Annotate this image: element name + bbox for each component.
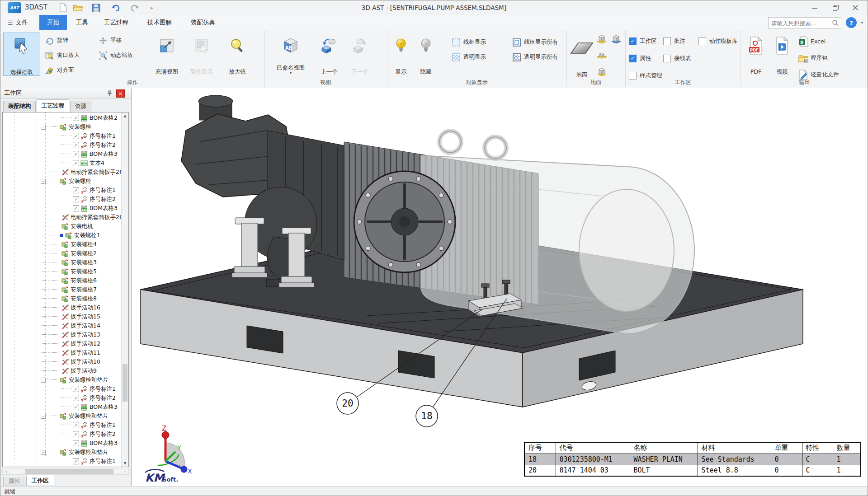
- workspace-toggle[interactable]: ✓工作区: [629, 33, 662, 50]
- open-file-button[interactable]: [72, 2, 84, 13]
- minimize-button[interactable]: [805, 2, 824, 14]
- tree-collapse-icon[interactable]: –: [41, 179, 46, 184]
- tree-item[interactable]: 电动拧紧套筒扳手26: [3, 213, 121, 222]
- previous-view-button[interactable]: 上一个: [316, 33, 342, 75]
- tree-item[interactable]: 扳手活动12: [3, 339, 121, 348]
- tree-checkbox-checked[interactable]: ✓: [73, 160, 79, 166]
- tree-item[interactable]: ✓1序号标注2: [3, 430, 121, 439]
- scroll-right-icon[interactable]: ›: [122, 468, 128, 474]
- tree-collapse-icon[interactable]: –: [41, 125, 46, 130]
- save-button[interactable]: [90, 2, 102, 13]
- tree-collapse-icon[interactable]: –: [41, 450, 46, 455]
- tree-checkbox-checked[interactable]: ✓: [73, 205, 79, 211]
- tree-collapse-icon[interactable]: –: [41, 378, 46, 383]
- tree-item[interactable]: 扳手活动15: [3, 312, 121, 321]
- show-button[interactable]: 显示: [391, 33, 411, 75]
- tree-checkbox-checked[interactable]: ✓: [73, 115, 79, 121]
- tree-item[interactable]: ✓1序号标注1: [3, 421, 121, 430]
- tree-checkbox-checked[interactable]: ✓: [73, 404, 79, 410]
- new-file-button[interactable]: [57, 2, 69, 13]
- tree-checkbox-checked[interactable]: ✓: [73, 151, 79, 157]
- tree-item[interactable]: 安装螺栓6: [3, 276, 121, 285]
- scroll-up-icon[interactable]: ▲: [122, 112, 128, 119]
- tree-checkbox-checked[interactable]: ✓: [73, 187, 79, 193]
- tree-item[interactable]: –安装螺栓和垫片: [3, 412, 121, 421]
- checkbox-checked-icon[interactable]: ✓: [629, 37, 637, 45]
- pin-icon[interactable]: [106, 89, 113, 97]
- tree-item[interactable]: 安装螺栓8: [3, 294, 121, 303]
- tab-process-tree[interactable]: 工艺过程: [37, 99, 69, 112]
- export-package-button[interactable]: EXE 程序包: [798, 50, 839, 66]
- align-face-button[interactable]: 对齐面: [45, 63, 80, 78]
- tree-item[interactable]: 安装螺栓5: [3, 267, 121, 276]
- tree-item[interactable]: ✓1序号标注1: [3, 186, 121, 195]
- help-button[interactable]: ?: [846, 17, 857, 28]
- tree-item[interactable]: ✓BOMBOM表格3: [3, 204, 121, 213]
- tab-properties[interactable]: 属性: [3, 477, 25, 486]
- file-menu-button[interactable]: ☰ 文件: [3, 15, 33, 30]
- checkbox-unchecked-icon[interactable]: [629, 72, 637, 80]
- tree-item[interactable]: ✓BOMBOM表格2: [3, 113, 121, 122]
- tree-item[interactable]: ✓1序号标注2: [3, 393, 121, 402]
- tree-vertical-scrollbar[interactable]: ▲ ▼: [121, 112, 128, 467]
- hide-button[interactable]: 隐藏: [415, 33, 437, 75]
- export-pdf-button[interactable]: PDF PDF: [745, 33, 767, 75]
- ground-cube-sunken-icon[interactable]: [595, 49, 608, 62]
- search-box[interactable]: [768, 17, 841, 29]
- checkbox-unchecked-icon[interactable]: [698, 37, 706, 45]
- tree-item[interactable]: –安装螺栓和垫片: [3, 448, 121, 457]
- tree-checkbox-checked[interactable]: ✓: [73, 458, 79, 464]
- tab-tools[interactable]: 工具: [68, 15, 96, 30]
- bom-row[interactable]: 180301235800-M1WASHER PLAINSee Standards…: [524, 454, 861, 465]
- tab-tech-illustration[interactable]: 技术图解: [140, 15, 179, 30]
- export-video-button[interactable]: 视频: [771, 33, 793, 75]
- search-input[interactable]: [769, 20, 832, 27]
- bom-table[interactable]: 序号代号名称材料单重特性数量 180301235800-M1WASHER PLA…: [524, 442, 861, 477]
- tree-item[interactable]: 安装螺栓4: [3, 240, 121, 249]
- tab-assembly-sim[interactable]: 装配仿真: [183, 15, 223, 30]
- help-caret-icon[interactable]: ▾: [861, 20, 863, 25]
- ground-cube-blue-icon[interactable]: [610, 33, 623, 46]
- pan-button[interactable]: 平移: [98, 33, 133, 48]
- bom-row[interactable]: 200147 1404 03BOLTSteel 8.80C1: [524, 465, 861, 476]
- redo-button[interactable]: [129, 2, 141, 13]
- motor-ghost[interactable]: [421, 131, 694, 334]
- checkbox-unchecked-icon[interactable]: [663, 55, 671, 62]
- checkbox-unchecked-icon[interactable]: [663, 37, 671, 45]
- tree-item[interactable]: –安装螺栓: [3, 122, 121, 131]
- workspace-toggle[interactable]: 批注: [663, 33, 691, 50]
- scrollbar-thumb[interactable]: [123, 364, 127, 402]
- transparent-display-button[interactable]: 透明显示: [451, 50, 486, 65]
- ground-cube-yellow-icon[interactable]: [595, 33, 608, 46]
- window-zoom-button[interactable]: 窗口放大: [45, 48, 80, 63]
- checkbox-checked-icon[interactable]: ✓: [629, 55, 637, 62]
- tree-item[interactable]: 安装螺栓3: [3, 258, 121, 267]
- select-pick-button[interactable]: 选择拾取: [3, 33, 40, 76]
- wireframe-all-button[interactable]: 线框显示所有: [512, 35, 558, 50]
- tree-item[interactable]: 扳手活动11: [3, 348, 121, 357]
- next-view-button[interactable]: 下一个: [347, 33, 373, 75]
- tree-item[interactable]: 安装螺栓7: [3, 285, 121, 294]
- workspace-toggle[interactable]: ✓属性: [629, 50, 662, 67]
- tree-item[interactable]: 电动拧紧套筒扳手28: [3, 168, 121, 177]
- tree-collapse-icon[interactable]: –: [41, 414, 46, 419]
- tab-workspace[interactable]: 工作区: [26, 475, 54, 486]
- tree-item[interactable]: ✓BOMBOM表格3: [3, 150, 121, 159]
- toolbar-more-button[interactable]: ▸: [146, 2, 158, 13]
- fit-view-button[interactable]: 充满视图: [152, 33, 181, 75]
- scroll-left-icon[interactable]: ‹: [3, 468, 9, 474]
- tree-item[interactable]: 安装螺栓2: [3, 249, 121, 258]
- scrollbar-thumb[interactable]: [25, 469, 113, 474]
- tree-item[interactable]: ✓BOMBOM表格3: [3, 402, 121, 412]
- tree-checkbox-checked[interactable]: ✓: [73, 395, 79, 401]
- tree-item[interactable]: ✓1序号标注2: [3, 195, 121, 204]
- tree-item[interactable]: 安装螺栓1: [3, 231, 121, 240]
- scroll-down-icon[interactable]: ▼: [122, 460, 128, 467]
- dynamic-zoom-button[interactable]: 动态缩放: [98, 48, 133, 63]
- tree-item[interactable]: 扳手活动13: [3, 330, 121, 339]
- tree-item[interactable]: –安装螺栓: [3, 177, 121, 186]
- focus-display-button[interactable]: 聚焦显示: [186, 33, 217, 75]
- export-excel-button[interactable]: X Excel: [798, 33, 839, 50]
- named-view-dropdown-icon[interactable]: ▾: [290, 71, 292, 75]
- tree-checkbox-checked[interactable]: ✓: [73, 196, 79, 202]
